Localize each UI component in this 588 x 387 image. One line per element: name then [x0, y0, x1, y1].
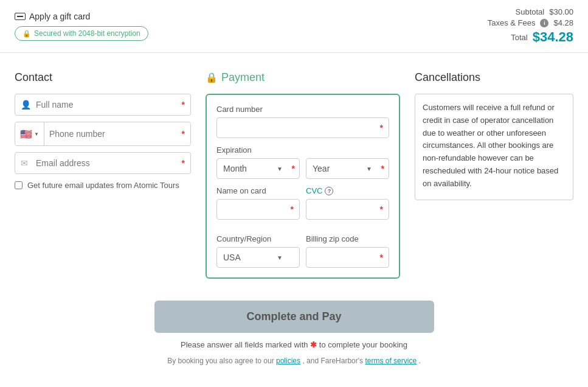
- payment-lock-icon: 🔒: [206, 72, 218, 83]
- cvc-link[interactable]: CVC: [306, 186, 322, 195]
- name-on-card-input[interactable]: [216, 199, 300, 220]
- required-note: Please answer all fields marked with ✱ t…: [181, 340, 407, 349]
- country-select[interactable]: USA Canada UK Australia Other: [216, 247, 300, 268]
- full-name-required: *: [182, 100, 185, 110]
- contact-section: Contact 👤 * 🇺🇸 ▼ * ✉ *: [15, 71, 191, 279]
- expiration-row: Month 01 02 03 04 05 06 07 08 09 10 11: [216, 158, 389, 179]
- month-select-wrapper: Month 01 02 03 04 05 06 07 08 09 10 11: [216, 158, 300, 179]
- header: Apply a gift card 🔒 Secured with 2048-bi…: [0, 0, 588, 53]
- taxes-amount: $4.28: [553, 18, 573, 27]
- phone-field: 🇺🇸 ▼ *: [15, 122, 191, 146]
- terms-and: , and FareHarbor's: [302, 357, 363, 365]
- country-label: Country/Region: [216, 234, 300, 243]
- year-required: *: [381, 164, 384, 173]
- required-star-inline: ✱: [310, 340, 319, 349]
- email-required: *: [182, 158, 185, 168]
- policies-link[interactable]: policies: [276, 357, 300, 365]
- cvc-label-row: CVC ?: [306, 186, 389, 195]
- cvc-input[interactable]: [306, 199, 389, 220]
- taxes-row: Taxes & Fees i $4.28: [488, 18, 573, 27]
- email-updates-row: Get future email updates from Atomic Tou…: [15, 180, 191, 191]
- year-select-wrapper: Year 2024 2025 2026 2027 2028 ▼ *: [306, 158, 389, 179]
- zip-input-wrapper: *: [306, 247, 389, 268]
- email-updates-label: Get future email updates from Atomic Tou…: [27, 180, 179, 191]
- total-amount: $34.28: [533, 29, 573, 45]
- total-label: Total: [511, 33, 527, 42]
- header-left: Apply a gift card 🔒 Secured with 2048-bi…: [15, 12, 148, 41]
- subtotal-label: Subtotal: [516, 7, 545, 16]
- card-number-wrapper: *: [216, 117, 389, 138]
- gift-card-icon: [15, 13, 26, 20]
- email-icon: ✉: [21, 158, 28, 168]
- subtotal-amount: $30.00: [549, 7, 573, 16]
- lock-icon: 🔒: [22, 30, 31, 38]
- month-field: Month 01 02 03 04 05 06 07 08 09 10 11: [216, 158, 300, 179]
- cancellations-text: Customers will receive a full refund or …: [415, 94, 573, 200]
- card-number-input[interactable]: [216, 117, 389, 138]
- name-cvc-row: Name on card 👤 * CVC ? *: [216, 186, 389, 220]
- name-on-card-label: Name on card: [216, 186, 300, 195]
- total-row: Total $34.28: [488, 29, 573, 45]
- zip-field: Billing zip code *: [306, 234, 389, 268]
- gift-card-label: Apply a gift card: [29, 12, 90, 21]
- terms-row: By booking you also agree to our policie…: [167, 357, 421, 365]
- phone-input[interactable]: [44, 124, 190, 144]
- country-zip-row: Country/Region USA Canada UK Australia O…: [216, 234, 389, 268]
- cancellations-title: Cancellations: [415, 71, 573, 84]
- cvc-help-icon[interactable]: ?: [325, 187, 333, 195]
- full-name-input[interactable]: [15, 94, 191, 116]
- footer-section: Complete and Pay Please answer all field…: [0, 291, 588, 377]
- card-number-required: *: [380, 123, 383, 133]
- name-on-card-required: *: [291, 204, 294, 214]
- secure-badge: 🔒 Secured with 2048-bit encryption: [15, 26, 148, 41]
- name-on-card-field: Name on card 👤 *: [216, 186, 300, 220]
- cvc-field: CVC ? *: [306, 186, 389, 220]
- payment-section: 🔒 Payment Card number * Expiration Month…: [206, 71, 400, 279]
- required-note-prefix: Please answer all fields marked with: [181, 340, 308, 349]
- secure-badge-label: Secured with 2048-bit encryption: [34, 29, 140, 38]
- expiration-label: Expiration: [216, 145, 389, 155]
- main-content: Contact 👤 * 🇺🇸 ▼ * ✉ *: [0, 53, 588, 291]
- zip-required: *: [380, 253, 383, 262]
- complete-pay-button[interactable]: Complete and Pay: [154, 301, 434, 333]
- cvc-required: *: [380, 204, 383, 214]
- terms-prefix: By booking you also agree to our: [167, 357, 274, 365]
- header-right: Subtotal $30.00 Taxes & Fees i $4.28 Tot…: [488, 7, 573, 45]
- email-updates-checkbox[interactable]: [15, 181, 22, 189]
- email-input[interactable]: [15, 152, 191, 174]
- cvc-input-wrapper: *: [306, 199, 389, 220]
- flag-dropdown-arrow: ▼: [34, 131, 39, 137]
- name-input-wrapper: 👤 *: [216, 199, 300, 220]
- payment-title-text: Payment: [221, 71, 265, 84]
- year-select[interactable]: Year 2024 2025 2026 2027 2028: [306, 158, 389, 179]
- zip-label: Billing zip code: [306, 234, 389, 243]
- taxes-label: Taxes & Fees: [488, 18, 536, 27]
- card-number-label: Card number: [216, 105, 389, 114]
- terms-period: .: [418, 357, 420, 365]
- payment-title: 🔒 Payment: [206, 71, 400, 84]
- email-field: ✉ *: [15, 152, 191, 174]
- required-note-suffix: to complete your booking: [319, 340, 407, 349]
- person-icon: 👤: [21, 100, 31, 110]
- country-field: Country/Region USA Canada UK Australia O…: [216, 234, 300, 268]
- year-field: Year 2024 2025 2026 2027 2028 ▼ *: [306, 158, 389, 179]
- taxes-info-icon[interactable]: i: [540, 19, 548, 27]
- terms-of-service-link[interactable]: terms of service: [365, 357, 417, 365]
- subtotal-row: Subtotal $30.00: [488, 7, 573, 16]
- payment-box: Card number * Expiration Month 01 02 03 …: [206, 94, 400, 279]
- phone-flag-selector[interactable]: 🇺🇸 ▼: [15, 122, 44, 145]
- month-select[interactable]: Month 01 02 03 04 05 06 07 08 09 10 11: [216, 158, 300, 179]
- cancellations-section: Cancellations Customers will receive a f…: [415, 71, 573, 279]
- phone-required: *: [182, 129, 185, 139]
- country-select-wrapper: USA Canada UK Australia Other ▼: [216, 247, 300, 268]
- contact-title: Contact: [15, 71, 191, 84]
- phone-wrapper: 🇺🇸 ▼ *: [15, 122, 191, 146]
- zip-input[interactable]: [306, 247, 389, 268]
- us-flag: 🇺🇸: [20, 128, 32, 140]
- gift-card-link[interactable]: Apply a gift card: [15, 12, 148, 21]
- full-name-field: 👤 *: [15, 94, 191, 116]
- month-required: *: [292, 164, 295, 173]
